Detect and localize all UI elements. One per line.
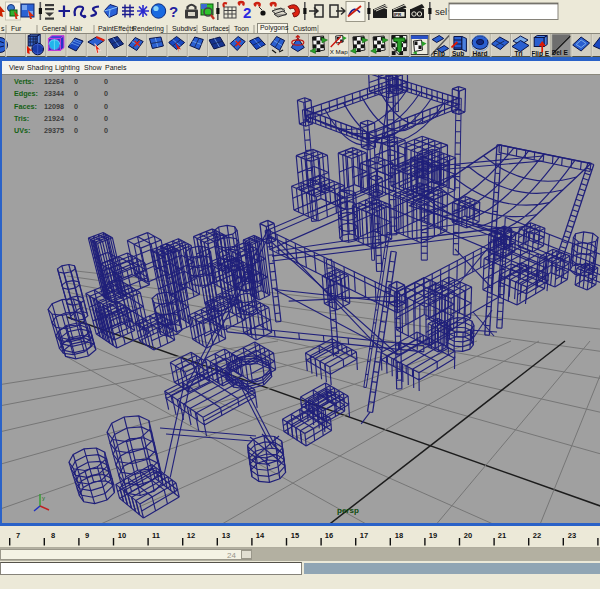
svg-text:16: 16 — [325, 531, 333, 540]
svg-text:17: 17 — [360, 531, 368, 540]
svg-text:Flip: Flip — [433, 50, 445, 58]
svg-text:10: 10 — [118, 531, 126, 540]
svg-text:IPR: IPR — [394, 12, 402, 17]
svg-text:y: y — [42, 495, 45, 501]
svg-text:Del E: Del E — [551, 49, 568, 56]
svg-text:18: 18 — [395, 531, 403, 540]
svg-text:sel: sel — [435, 6, 447, 17]
svg-text:2: 2 — [243, 4, 251, 21]
svg-text:12: 12 — [187, 531, 195, 540]
svg-text:21: 21 — [498, 531, 506, 540]
svg-text:X Map: X Map — [330, 48, 348, 55]
svg-text:15: 15 — [291, 531, 299, 540]
svg-text:11: 11 — [152, 531, 160, 540]
svg-text:13: 13 — [222, 531, 230, 540]
svg-text:23: 23 — [568, 531, 576, 540]
svg-text:Hard: Hard — [473, 50, 488, 57]
svg-text:20: 20 — [464, 531, 472, 540]
svg-text:Sub: Sub — [452, 50, 464, 57]
svg-text:7: 7 — [16, 531, 20, 540]
svg-text:persp: persp — [337, 506, 359, 515]
svg-text:Flip E: Flip E — [531, 50, 550, 58]
svg-text:19: 19 — [429, 531, 437, 540]
svg-text:?: ? — [169, 3, 178, 20]
svg-text:8: 8 — [51, 531, 55, 540]
svg-text:14: 14 — [256, 531, 265, 540]
svg-text:Tri: Tri — [515, 50, 523, 57]
svg-text:9: 9 — [85, 531, 89, 540]
svg-text:22: 22 — [533, 531, 541, 540]
